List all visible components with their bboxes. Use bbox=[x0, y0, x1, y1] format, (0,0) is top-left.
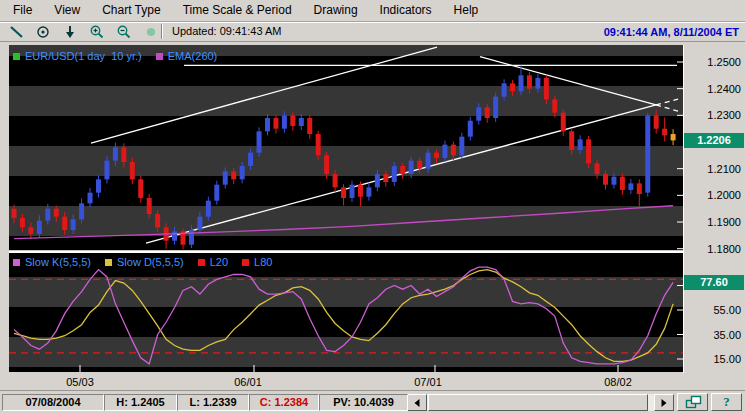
updated-timestamp: Updated: 09:41:43 AM bbox=[172, 25, 281, 37]
slow-d-5-5-5-swatch-icon bbox=[105, 259, 112, 266]
menu-item-time-scale-period[interactable]: Time Scale & Period bbox=[172, 0, 303, 21]
legend-item: L80 bbox=[242, 256, 272, 268]
legend-item: EUR/USD(1 day 10 yr.) bbox=[13, 50, 142, 62]
scrollbar-thumb[interactable] bbox=[428, 394, 648, 411]
zoom-in-button[interactable] bbox=[88, 24, 110, 40]
crosshair-button[interactable] bbox=[34, 24, 56, 40]
scroll-right-button[interactable] bbox=[654, 394, 674, 411]
cascade-windows-icon bbox=[683, 394, 703, 410]
right-arrow-icon bbox=[662, 399, 667, 407]
stochastic-pane-canvas[interactable] bbox=[9, 253, 683, 372]
horizontal-scrollbar[interactable] bbox=[407, 394, 674, 411]
crosshair-icon bbox=[34, 24, 53, 40]
l20-swatch-icon bbox=[198, 259, 205, 266]
menu-item-chart-type[interactable]: Chart Type bbox=[91, 0, 171, 21]
menu-item-drawing[interactable]: Drawing bbox=[303, 0, 369, 21]
slow-k-5-5-5-swatch-icon bbox=[13, 259, 20, 266]
scroll-left-button[interactable] bbox=[407, 394, 427, 411]
legend-item: Slow K(5,5,5) bbox=[13, 256, 91, 268]
legend-label: EMA(260) bbox=[168, 50, 218, 62]
refresh-dot-button[interactable] bbox=[142, 24, 164, 40]
stoch-axis-label: 35.00 bbox=[684, 328, 741, 342]
legend-label: L80 bbox=[254, 256, 272, 268]
price-axis-label: 1.1800 bbox=[684, 242, 741, 256]
legend-label: EUR/USD(1 day 10 yr.) bbox=[25, 50, 142, 62]
date-axis-label: 07/01 bbox=[414, 375, 442, 389]
price-legend: EUR/USD(1 day 10 yr.)EMA(260) bbox=[13, 50, 231, 62]
cascade-windows-button[interactable] bbox=[677, 393, 708, 411]
help-button[interactable]: ? bbox=[711, 393, 742, 411]
status-cell-h: H: 1.2405 bbox=[104, 394, 177, 411]
status-cell-c: C: 1.2384 bbox=[249, 394, 319, 411]
candle bbox=[459, 133, 464, 160]
left-arrow-icon bbox=[415, 399, 420, 407]
trendline-tool-button[interactable] bbox=[7, 24, 29, 40]
charting-application-window: FileViewChart TypeTime Scale & PeriodDra… bbox=[0, 0, 745, 413]
stoch-axis-label: 15.00 bbox=[684, 352, 741, 366]
price-pane-canvas[interactable] bbox=[9, 45, 683, 250]
date-axis-label: 06/01 bbox=[234, 375, 262, 389]
menu-item-indicators[interactable]: Indicators bbox=[369, 0, 443, 21]
l80-swatch-icon bbox=[242, 259, 249, 266]
status-cell-l: L: 1.2339 bbox=[177, 394, 249, 411]
legend-label: Slow K(5,5,5) bbox=[25, 256, 91, 268]
down-arrow-button[interactable] bbox=[61, 24, 83, 40]
zoom-out-icon bbox=[115, 24, 134, 40]
price-axis-label: 1.2300 bbox=[684, 108, 741, 122]
status-cell-07-08-2004: 07/08/2004 bbox=[2, 394, 104, 411]
stochastic-legend: Slow K(5,5,5)Slow D(5,5,5)L20L80 bbox=[13, 256, 286, 268]
legend-item: EMA(260) bbox=[156, 50, 218, 62]
zoom-out-button[interactable] bbox=[115, 24, 137, 40]
refresh-dot-icon bbox=[142, 24, 161, 40]
stoch-axis-label: 55.00 bbox=[684, 303, 741, 317]
stochastic-value-tag: 77.60 bbox=[684, 275, 744, 290]
menu-item-help[interactable]: Help bbox=[443, 0, 490, 21]
candle bbox=[257, 127, 262, 156]
legend-item: L20 bbox=[198, 256, 228, 268]
status-bar: 07/08/2004H: 1.2405L: 1.2339C: 1.2384PV:… bbox=[0, 390, 745, 413]
question-mark-icon: ? bbox=[723, 394, 730, 410]
menu-bar: FileViewChart TypeTime Scale & PeriodDra… bbox=[0, 0, 745, 22]
chart-region: EUR/USD(1 day 10 yr.)EMA(260) Slow K(5,5… bbox=[0, 42, 745, 390]
date-axis-label: 05/03 bbox=[66, 375, 94, 389]
last-price-tag: 1.2206 bbox=[684, 133, 744, 148]
trendline-tool-icon bbox=[7, 24, 26, 40]
menu-item-view[interactable]: View bbox=[43, 0, 91, 21]
legend-item: Slow D(5,5,5) bbox=[105, 256, 184, 268]
ema-260-swatch-icon bbox=[156, 53, 163, 60]
price-axis-label: 1.2500 bbox=[684, 55, 741, 69]
price-axis-label: 1.2400 bbox=[684, 82, 741, 96]
menu-item-file[interactable]: File bbox=[2, 0, 43, 21]
status-cell-pv: PV: 10.4039 bbox=[319, 394, 408, 411]
eur-usd-1-day-10-yr-swatch-icon bbox=[13, 53, 20, 60]
candle bbox=[493, 93, 498, 122]
date-axis-label: 08/02 bbox=[604, 375, 632, 389]
price-axis-label: 1.1900 bbox=[684, 215, 741, 229]
legend-label: Slow D(5,5,5) bbox=[117, 256, 184, 268]
legend-label: L20 bbox=[210, 256, 228, 268]
exchange-clock: 09:41:44 AM, 8/11/2004 ET bbox=[604, 26, 739, 38]
zoom-in-icon bbox=[88, 24, 107, 40]
price-axis-label: 1.2000 bbox=[684, 188, 741, 202]
down-arrow-icon bbox=[61, 24, 80, 40]
candle bbox=[645, 113, 650, 197]
price-axis-label: 1.2100 bbox=[684, 162, 741, 176]
drawing-toolbar: Updated: 09:41:43 AM 09:41:44 AM, 8/11/2… bbox=[0, 22, 745, 42]
